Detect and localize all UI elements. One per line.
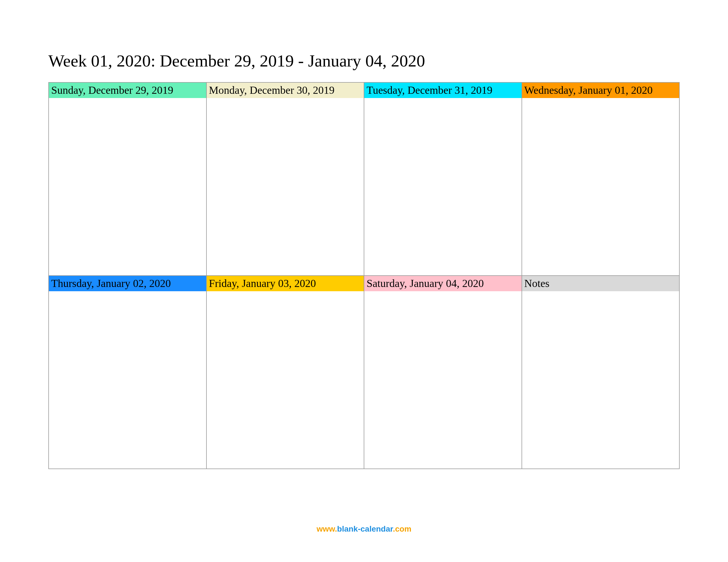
cell-friday: Friday, January 03, 2020 (206, 276, 364, 469)
cell-body-sunday (49, 98, 206, 275)
cell-body-monday (207, 98, 364, 275)
footer-domain: blank-calendar (337, 524, 393, 533)
cell-header-sunday: Sunday, December 29, 2019 (49, 83, 206, 98)
cell-body-notes (522, 291, 679, 468)
cell-thursday: Thursday, January 02, 2020 (49, 276, 206, 469)
cell-header-friday: Friday, January 03, 2020 (207, 276, 364, 291)
cell-notes: Notes (522, 276, 680, 469)
cell-header-saturday: Saturday, January 04, 2020 (364, 276, 522, 291)
footer-www: www. (317, 524, 337, 533)
cell-wednesday: Wednesday, January 01, 2020 (522, 82, 680, 276)
cell-header-notes: Notes (522, 276, 679, 291)
cell-body-wednesday (522, 98, 679, 275)
cell-sunday: Sunday, December 29, 2019 (49, 82, 206, 276)
cell-header-monday: Monday, December 30, 2019 (207, 83, 364, 98)
cell-body-tuesday (364, 98, 522, 275)
cell-monday: Monday, December 30, 2019 (206, 82, 364, 276)
cell-body-friday (207, 291, 364, 468)
footer-tld: .com (393, 524, 411, 533)
cell-header-wednesday: Wednesday, January 01, 2020 (522, 83, 679, 98)
footer-link[interactable]: www.blank-calendar.com (0, 524, 728, 534)
week-title: Week 01, 2020: December 29, 2019 - Janua… (48, 51, 680, 71)
cell-header-thursday: Thursday, January 02, 2020 (49, 276, 206, 291)
cell-header-tuesday: Tuesday, December 31, 2019 (364, 83, 522, 98)
cell-body-thursday (49, 291, 206, 468)
calendar-grid: Sunday, December 29, 2019 Monday, Decemb… (48, 82, 680, 469)
cell-body-saturday (364, 291, 522, 468)
cell-saturday: Saturday, January 04, 2020 (364, 276, 522, 469)
cell-tuesday: Tuesday, December 31, 2019 (364, 82, 522, 276)
